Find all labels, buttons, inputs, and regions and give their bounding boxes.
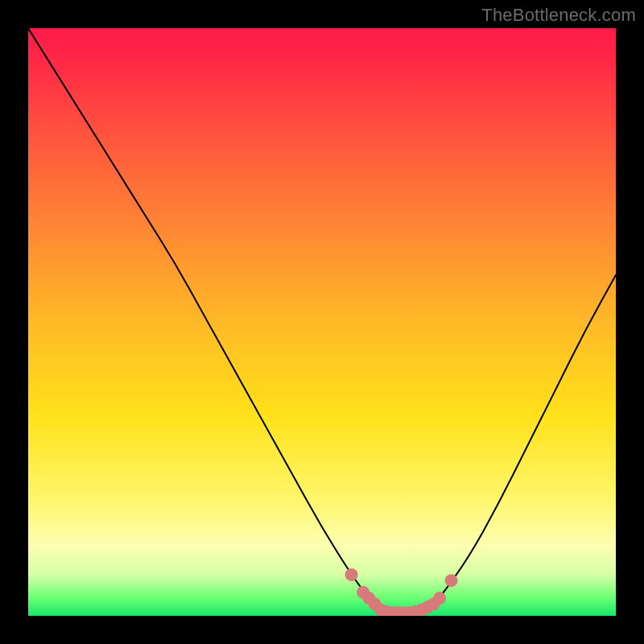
trough-dot: [433, 592, 446, 605]
plot-area: [28, 28, 616, 616]
trough-dot: [345, 568, 358, 581]
chart-svg: [28, 28, 616, 616]
watermark-text: TheBottleneck.com: [481, 5, 636, 26]
trough-dot: [445, 574, 458, 587]
trough-marker: [345, 568, 458, 616]
chart-frame: TheBottleneck.com: [0, 0, 644, 644]
bottleneck-curve: [28, 28, 616, 613]
